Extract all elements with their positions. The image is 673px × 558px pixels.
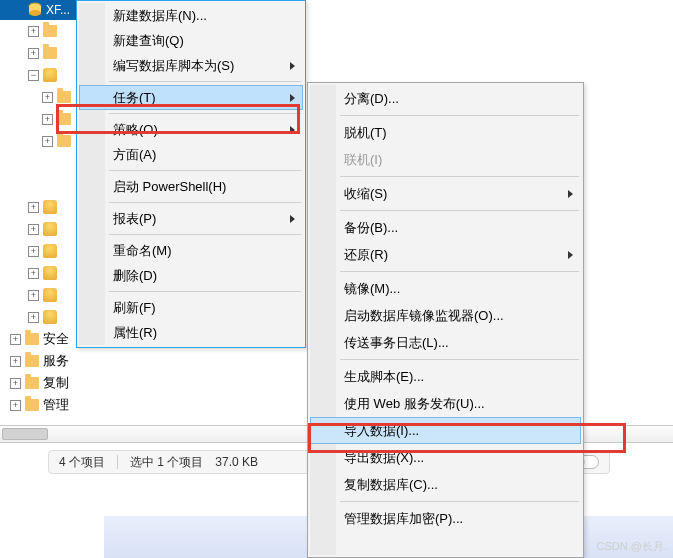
menu-label: 策略(O) [113, 121, 158, 139]
expand-icon[interactable]: + [28, 246, 39, 257]
expand-icon[interactable]: + [42, 136, 53, 147]
status-item-count: 4 个项目 [59, 454, 105, 471]
menu-label: 脱机(T) [344, 124, 387, 142]
expand-icon[interactable]: + [28, 312, 39, 323]
menu-start-powershell[interactable]: 启动 PowerShell(H) [79, 174, 303, 199]
menu-label: 启动 PowerShell(H) [113, 178, 226, 196]
menu-label: 方面(A) [113, 146, 156, 164]
menu-label: 复制数据库(C)... [344, 476, 438, 494]
status-size: 37.0 KB [215, 455, 258, 469]
menu-separator [340, 359, 579, 360]
menu-generate-scripts[interactable]: 生成脚本(E)... [310, 363, 581, 390]
menu-manage-encryption[interactable]: 管理数据库加密(P)... [310, 505, 581, 532]
menu-facets[interactable]: 方面(A) [79, 142, 303, 167]
folder-icon [57, 91, 71, 103]
menu-separator [109, 291, 301, 292]
menu-shrink[interactable]: 收缩(S) [310, 180, 581, 207]
menu-detach[interactable]: 分离(D)... [310, 85, 581, 112]
menu-label: 备份(B)... [344, 219, 398, 237]
collapse-icon[interactable]: − [28, 70, 39, 81]
menu-label: 报表(P) [113, 210, 156, 228]
menu-label: 删除(D) [113, 267, 157, 285]
svg-point-2 [29, 10, 41, 16]
menu-mirror[interactable]: 镜像(M)... [310, 275, 581, 302]
tree-folder-management[interactable]: +管理 [0, 394, 104, 416]
menu-reports[interactable]: 报表(P) [79, 206, 303, 231]
db-icon [43, 288, 57, 302]
menu-separator [340, 501, 579, 502]
menu-delete[interactable]: 删除(D) [79, 263, 303, 288]
db-icon [43, 222, 57, 236]
menu-label: 收缩(S) [344, 185, 387, 203]
expand-icon[interactable]: + [10, 400, 21, 411]
tree-folder-replication[interactable]: +复制 [0, 372, 104, 394]
menu-export-data[interactable]: 导出数据(X)... [310, 444, 581, 471]
menu-label: 还原(R) [344, 246, 388, 264]
scrollbar-thumb[interactable] [2, 428, 48, 440]
chevron-right-icon [568, 251, 573, 259]
chevron-right-icon [290, 62, 295, 70]
menu-mirror-monitor[interactable]: 启动数据库镜像监视器(O)... [310, 302, 581, 329]
menu-restore[interactable]: 还原(R) [310, 241, 581, 268]
menu-separator [109, 81, 301, 82]
expand-icon[interactable]: + [28, 268, 39, 279]
db-icon [43, 310, 57, 324]
tree-folder-server[interactable]: +服务 [0, 350, 104, 372]
menu-import-data[interactable]: 导入数据(I)... [310, 417, 581, 444]
menu-refresh[interactable]: 刷新(F) [79, 295, 303, 320]
expand-icon[interactable]: + [10, 356, 21, 367]
menu-ship-log[interactable]: 传送事务日志(L)... [310, 329, 581, 356]
menu-tasks[interactable]: 任务(T) [79, 85, 303, 110]
menu-policies[interactable]: 策略(O) [79, 117, 303, 142]
expand-icon[interactable]: + [28, 202, 39, 213]
tree-label: 安全 [43, 330, 69, 348]
menu-label: 导出数据(X)... [344, 449, 424, 467]
menu-new-database[interactable]: 新建数据库(N)... [79, 3, 303, 28]
folder-icon [25, 399, 39, 411]
menu-separator [340, 210, 579, 211]
menu-label: 联机(I) [344, 151, 382, 169]
tree-label: 服务 [43, 352, 69, 370]
menu-label: 启动数据库镜像监视器(O)... [344, 307, 504, 325]
expand-icon[interactable]: + [28, 26, 39, 37]
menu-label: 重命名(M) [113, 242, 172, 260]
tree-label: 管理 [43, 396, 69, 414]
folder-icon [43, 25, 57, 37]
db-icon [28, 2, 42, 19]
menu-copy-database[interactable]: 复制数据库(C)... [310, 471, 581, 498]
menu-properties[interactable]: 属性(R) [79, 320, 303, 345]
menu-separator [340, 115, 579, 116]
menu-label: 镜像(M)... [344, 280, 400, 298]
folder-icon [57, 135, 71, 147]
menu-new-query[interactable]: 新建查询(Q) [79, 28, 303, 53]
expand-icon[interactable]: + [28, 290, 39, 301]
menu-label: 使用 Web 服务发布(U)... [344, 395, 485, 413]
menu-label: 导入数据(I)... [344, 422, 419, 440]
menu-label: 新建查询(Q) [113, 32, 184, 50]
menu-separator [109, 170, 301, 171]
expand-icon[interactable]: + [28, 48, 39, 59]
folder-icon [25, 355, 39, 367]
menu-separator [109, 113, 301, 114]
menu-take-offline[interactable]: 脱机(T) [310, 119, 581, 146]
tree-selected-label: XF... [46, 3, 70, 17]
chevron-right-icon [290, 94, 295, 102]
menu-separator [340, 271, 579, 272]
tree-label: 复制 [43, 374, 69, 392]
folder-icon [25, 377, 39, 389]
menu-rename[interactable]: 重命名(M) [79, 238, 303, 263]
menu-script-db-as[interactable]: 编写数据库脚本为(S) [79, 53, 303, 78]
menu-separator [109, 202, 301, 203]
expand-icon[interactable]: + [42, 114, 53, 125]
expand-icon[interactable]: + [10, 334, 21, 345]
menu-separator [340, 176, 579, 177]
status-selected: 选中 1 个项目 [130, 454, 203, 471]
expand-icon[interactable]: + [28, 224, 39, 235]
db-icon [43, 200, 57, 214]
menu-label: 生成脚本(E)... [344, 368, 424, 386]
menu-web-publish[interactable]: 使用 Web 服务发布(U)... [310, 390, 581, 417]
menu-backup[interactable]: 备份(B)... [310, 214, 581, 241]
expand-icon[interactable]: + [42, 92, 53, 103]
db-icon [43, 266, 57, 280]
expand-icon[interactable]: + [10, 378, 21, 389]
